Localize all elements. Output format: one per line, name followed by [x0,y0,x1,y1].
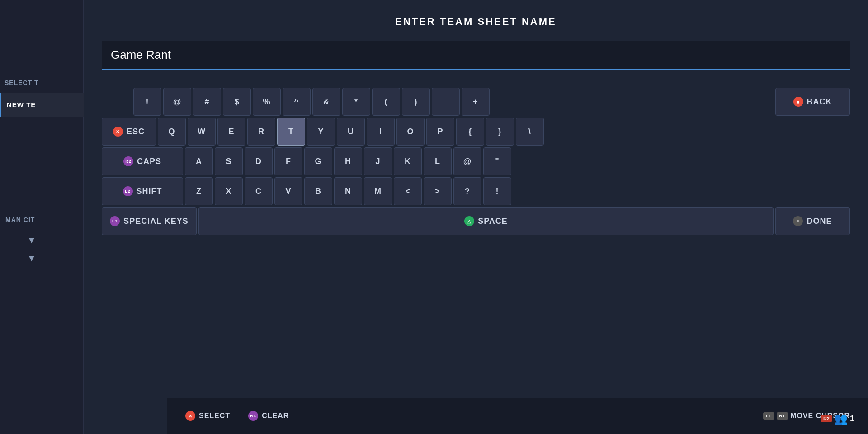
key-at2[interactable]: @ [453,147,481,175]
r3-icon: R3 [248,411,258,421]
key-d[interactable]: D [245,147,273,175]
key-asterisk[interactable]: * [342,88,370,116]
keyboard-dialog: ENTER TEAM SHEET NAME Game Rant ! @ # $ … [84,0,868,434]
options-icon: ≡ [793,216,803,226]
key-gt[interactable]: > [424,177,452,205]
key-underscore[interactable]: _ [432,88,460,116]
key-ampersand[interactable]: & [312,88,340,116]
key-j[interactable]: J [364,147,392,175]
key-caret[interactable]: ^ [283,88,311,116]
keyboard-row-3: L2 SHIFT Z X C V B N M < > ? ! [102,177,850,205]
shift-button[interactable]: L2 SHIFT [102,177,183,205]
key-s[interactable]: S [215,147,243,175]
key-rparen[interactable]: ) [402,88,430,116]
key-b[interactable]: B [304,177,332,205]
key-l[interactable]: L [424,147,452,175]
key-e[interactable]: E [217,118,245,146]
key-lt[interactable]: < [394,177,422,205]
l1-badge: L1 [763,412,774,420]
back-label: BACK [807,97,832,107]
key-g[interactable]: G [304,147,332,175]
key-h[interactable]: H [334,147,362,175]
text-input-display: Game Rant [102,41,850,70]
key-p[interactable]: P [426,118,454,146]
space-button[interactable]: △ SPACE [198,207,774,235]
keyboard-row-1: ✕ ESC Q W E R T Y U I O P { } \ [102,118,850,146]
space-label: SPACE [478,217,508,226]
key-quote[interactable]: " [483,147,511,175]
key-plus[interactable]: + [462,88,490,116]
player-count: 1 [850,414,854,424]
clear-action: R3 CLEAR [248,411,289,421]
shift-label: SHIFT [137,187,162,196]
keyboard-row-0: ! @ # $ % ^ & * ( ) _ + ■ BACK [102,88,850,116]
caps-button[interactable]: R2 CAPS [102,147,183,175]
dialog-title: ENTER TEAM SHEET NAME [84,0,868,37]
special-keys-button[interactable]: L3 SPECIAL KEYS [102,207,197,235]
sidebar-select-text: SELECT T [5,79,39,86]
key-m[interactable]: M [364,177,392,205]
key-lbrace[interactable]: { [456,118,484,146]
key-rbrace[interactable]: } [486,118,514,146]
done-button[interactable]: ≡ DONE [775,207,850,235]
key-i[interactable]: I [367,118,395,146]
player-icon: 👥 [834,412,848,425]
special-keys-label: SPECIAL KEYS [123,217,189,226]
key-x[interactable]: X [215,177,243,205]
l2-icon: L2 [123,186,133,196]
done-label: DONE [807,217,832,226]
key-w[interactable]: W [188,118,216,146]
bottom-right-icons: R2 👥 1 [821,412,854,425]
clear-label: CLEAR [262,412,289,420]
key-exclaim2[interactable]: ! [483,177,511,205]
key-backslash[interactable]: \ [516,118,544,146]
key-f[interactable]: F [274,147,302,175]
caps-label: CAPS [137,157,161,166]
key-exclaim[interactable]: ! [133,88,161,116]
key-v[interactable]: V [274,177,302,205]
key-hash[interactable]: # [193,88,221,116]
key-n[interactable]: N [334,177,362,205]
esc-button[interactable]: ✕ ESC [102,118,156,146]
key-a[interactable]: A [185,147,213,175]
key-o[interactable]: O [396,118,425,146]
back-button[interactable]: ■ BACK [775,88,850,116]
input-value: Game Rant [111,48,171,61]
triangle-icon: △ [464,216,474,226]
key-lparen[interactable]: ( [372,88,400,116]
key-r[interactable]: R [247,118,275,146]
sidebar-icon-filter2: ▼ [27,253,36,264]
sidebar-icon-filter1: ▼ [27,235,36,245]
key-k[interactable]: K [394,147,422,175]
key-c[interactable]: C [245,177,273,205]
key-question[interactable]: ? [453,177,481,205]
key-t[interactable]: T [277,118,305,146]
square-icon: ■ [793,97,803,107]
bottom-bar: ✕ SELECT R3 CLEAR L1 R1 MOVE CURSOR [167,398,868,434]
keyboard-row-4: L3 SPECIAL KEYS △ SPACE ≡ DONE [102,207,850,235]
sidebar-man-city: MAN CIT [0,212,84,227]
keyboard: ! @ # $ % ^ & * ( ) _ + ■ BACK ✕ ESC Q [84,83,868,240]
r1-badge: R1 [777,412,788,420]
keyboard-row-2: R2 CAPS A S D F G H J K L @ " [102,147,850,175]
left-sidebar: SELECT T NEW TE MAN CIT ▼ ▼ [0,0,84,434]
key-dollar[interactable]: $ [223,88,251,116]
key-z[interactable]: Z [185,177,213,205]
key-u[interactable]: U [337,118,365,146]
key-q[interactable]: Q [158,118,186,146]
key-percent[interactable]: % [253,88,281,116]
sidebar-new-team: NEW TE [0,93,84,117]
cross-bottom-icon: ✕ [185,411,195,421]
r2-bottom-badge: R2 [821,415,832,422]
select-action: ✕ SELECT [185,411,230,421]
r2-caps-icon: R2 [123,156,133,166]
esc-label: ESC [127,127,145,137]
key-at[interactable]: @ [163,88,191,116]
cross-icon: ✕ [113,127,123,137]
key-y[interactable]: Y [307,118,335,146]
l3-icon: L3 [110,216,120,226]
select-label: SELECT [199,412,230,420]
